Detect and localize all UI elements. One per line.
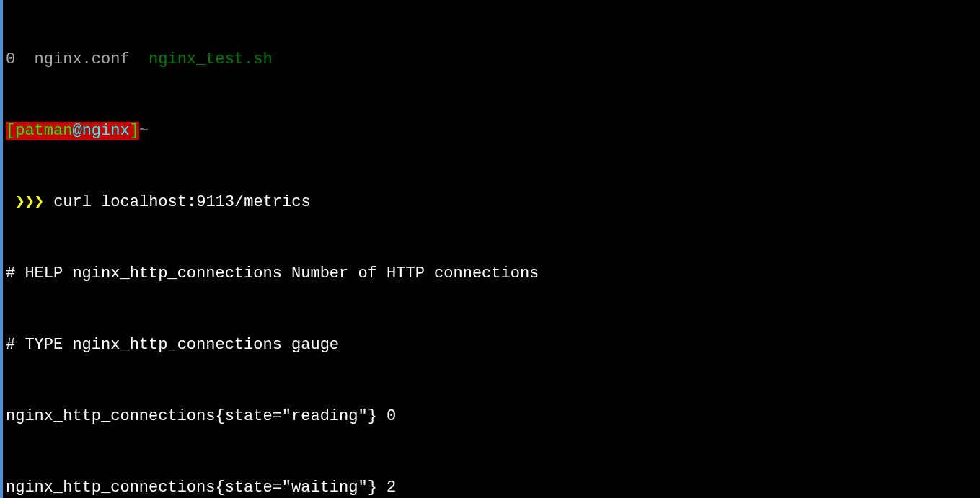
output-line: # HELP nginx_http_connections Number of … xyxy=(6,262,977,285)
terminal-window[interactable]: 0 nginx.conf nginx_test.sh [patman@nginx… xyxy=(3,0,980,498)
prev-output-fragment: 0 nginx.conf xyxy=(6,50,149,68)
prompt-host: nginx xyxy=(82,122,130,140)
prompt-open-bracket: [ xyxy=(6,122,15,140)
command-text: curl localhost:9113/metrics xyxy=(53,193,310,211)
prompt-user: patman xyxy=(15,122,72,140)
prev-output-file: nginx_test.sh xyxy=(149,50,273,68)
previous-output-line: 0 nginx.conf nginx_test.sh xyxy=(6,48,977,71)
output-line: # TYPE nginx_http_connections gauge xyxy=(6,333,977,357)
prompt-at: @ xyxy=(72,122,81,140)
prompt-line: [patman@nginx]~ xyxy=(6,119,977,143)
command-line[interactable]: ❯❯❯ curl localhost:9113/metrics xyxy=(6,190,977,214)
prompt-cwd: ~ xyxy=(139,122,149,140)
output-line: nginx_http_connections{state="reading"} … xyxy=(6,404,977,428)
prompt-close-bracket: ] xyxy=(130,122,139,140)
output-line: nginx_http_connections{state="waiting"} … xyxy=(6,476,977,498)
prompt-arrows-icon: ❯❯❯ xyxy=(6,193,53,211)
